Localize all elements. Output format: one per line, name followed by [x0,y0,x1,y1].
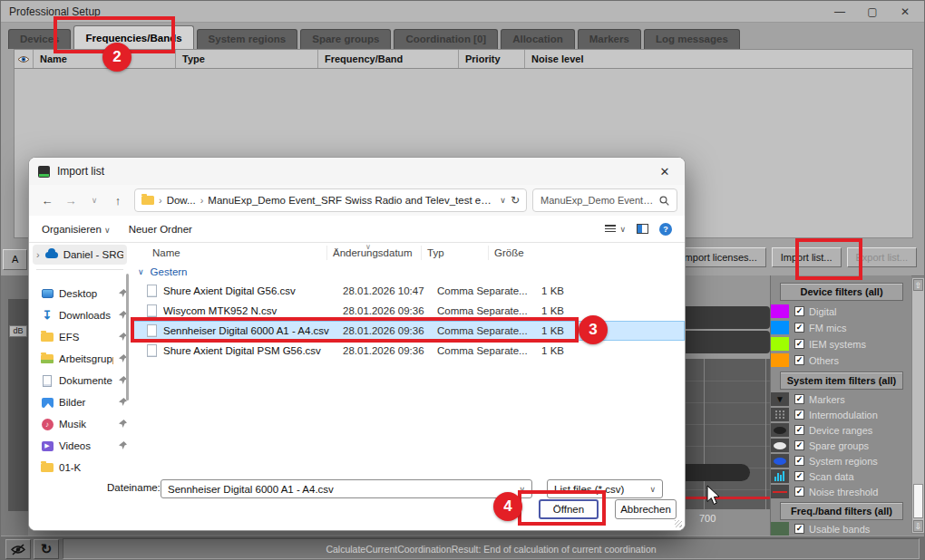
partial-hidden-button[interactable]: A [3,249,27,270]
resize-grip[interactable] [675,520,682,527]
group-header-gestern[interactable]: ∨ Gestern [131,263,685,281]
fm-mics-checkbox[interactable] [794,323,804,333]
sidebar-item-label: Arbeitsgrupp [59,353,113,364]
filter-row-intermodulation: Intermodulation [771,407,912,422]
column-header-type[interactable]: Type [176,50,318,68]
scrollbar-thumb[interactable] [913,484,923,518]
search-input[interactable]: ManuExp_Demo Event_SRF ... [540,195,654,206]
annotation-rect-open-button [518,490,606,526]
up-icon[interactable]: ↑ [107,189,129,211]
tab-allocation[interactable]: Allocation [501,29,575,49]
filter-label: Device ranges [809,425,872,436]
device-ranges-checkbox[interactable] [794,425,804,435]
filename-input[interactable]: Sennheiser Digital 6000 A1 - A4.csv ∨ [161,479,532,498]
sidebar-item-musik[interactable]: ♪ Musik [29,413,131,435]
column-header-frequency-band[interactable]: Frequency/Band [318,50,459,68]
refresh-icon[interactable]: ↻ [511,194,520,207]
sidebar-item-dokumente[interactable]: Dokumente [29,370,131,391]
history-chevron-icon[interactable]: ∨ [83,189,105,211]
filter-label: Intermodulation [809,410,878,420]
preview-pane-icon[interactable] [637,224,648,234]
tab-markers[interactable]: Markers [578,29,641,49]
view-mode-button[interactable]: ∨ [605,225,626,234]
digital-checkbox[interactable] [794,306,804,316]
column-header-noise-level[interactable]: Noise level [525,50,912,68]
forward-icon[interactable]: → [60,189,82,211]
dialog-toolbar: Organisieren ∨ Neuer Ordner ∨ ? [29,216,685,243]
digital-color-swatch [771,304,789,318]
scroll-down-icon[interactable]: ⇩ [913,520,923,532]
tab-log-messages[interactable]: Log messages [644,29,740,49]
sidebar-scrollbar[interactable] [126,274,129,401]
sidebar-item-arbeitsgruppe[interactable]: Arbeitsgrupp [29,348,131,370]
tab-coordination[interactable]: Coordination [0] [394,29,498,49]
tab-system-regions[interactable]: System regions [197,29,298,49]
column-header-priority[interactable]: Priority [459,50,525,68]
panel-scrollbar[interactable]: ⇧ ⇩ [911,277,925,534]
dialog-close-icon[interactable]: ✕ [648,160,681,182]
noise-threshold-icon [771,485,789,498]
sidebar-item-desktop[interactable]: Desktop [29,283,131,304]
breadcrumb-downloads[interactable]: Dow... [167,195,196,206]
filter-row-usable-bands: Usable bands [771,521,912,536]
sidebar-item-downloads[interactable]: ↧ Downloads [29,304,131,326]
scan-data-checkbox[interactable] [794,471,804,481]
file-column-size[interactable]: Größe [488,246,571,260]
close-icon[interactable]: ✕ [892,4,918,20]
band-bar [679,331,770,353]
others-checkbox[interactable] [794,355,804,365]
chevron-down-icon[interactable]: ∨ [642,485,656,494]
system-regions-checkbox[interactable] [794,456,804,466]
help-icon[interactable]: ? [659,223,672,236]
frequency-tick-700: 700 [699,513,716,524]
file-size: 1 KB [504,345,588,356]
search-box[interactable]: ManuExp_Demo Event_SRF ... [532,188,677,212]
back-icon[interactable]: ← [36,189,58,211]
filter-label: Scan data [809,471,854,482]
shared-folder-icon [41,352,54,365]
spectrum-chart[interactable] [679,359,770,509]
expand-chevron-icon[interactable]: › [36,249,40,260]
sidebar-item-videos[interactable]: ▶ Videos [29,435,131,457]
visibility-column-header[interactable] [15,50,34,68]
intermodulation-checkbox[interactable] [794,410,804,420]
address-bar[interactable]: › Dow... › ManuExp_Demo Event_SRF Swiss … [134,188,527,212]
filter-row-system-regions: System regions [771,453,912,468]
system-item-filters-button[interactable]: System item filters (all) [780,372,903,390]
sidebar-item-label: Daniel - SRG SSR [63,249,123,260]
sidebar-item-onedrive[interactable]: › Daniel - SRG SSR [33,245,127,265]
device-filters-button[interactable]: Device filters (all) [780,283,903,301]
iem-systems-checkbox[interactable] [794,339,804,349]
tab-spare-groups[interactable]: Spare groups [300,29,391,49]
noise-threshold-checkbox[interactable] [794,487,804,497]
file-size: 1 KB [504,285,588,296]
organize-menu[interactable]: Organisieren ∨ [42,224,111,235]
minimize-icon[interactable]: — [827,4,852,20]
markers-checkbox[interactable] [794,394,804,404]
hide-spectrum-button[interactable] [5,539,31,559]
sidebar-item-bilder[interactable]: Bilder [29,391,131,413]
folder-icon [141,196,154,205]
sidebar-item-label: 01-K [59,462,81,473]
cancel-button[interactable]: Abbrechen [615,499,677,519]
new-folder-button[interactable]: Neuer Ordner [129,224,192,235]
address-chevron-icon[interactable]: ∨ [500,196,506,205]
file-row[interactable]: Shure Axient Digital PSM G56.csv 28.01.2… [131,341,685,361]
maximize-icon[interactable]: ▢ [860,4,885,20]
file-column-type[interactable]: Typ [421,246,488,260]
file-column-date[interactable]: ∨Änderungsdatum [326,246,421,260]
sidebar-item-efs[interactable]: EFS [29,326,131,348]
import-licenses-button[interactable]: Import licenses... [673,247,766,267]
sidebar-item-partial[interactable]: 01-K [29,457,131,473]
folder-icon [41,331,54,343]
freq-band-filters-button[interactable]: Freq./band filters (all) [780,502,903,520]
collapse-chevron-icon[interactable]: ∨ [138,267,144,276]
scroll-up-icon[interactable]: ⇧ [913,279,923,291]
spare-groups-checkbox[interactable] [794,440,804,450]
file-column-name[interactable]: Name [131,246,326,260]
usable-bands-checkbox[interactable] [794,524,804,534]
breadcrumb-current-folder[interactable]: ManuExp_Demo Event_SRF Swiss Radio and T… [208,195,495,206]
file-row[interactable]: Shure Axient Digital G56.csv 28.01.2026 … [131,281,685,301]
recalculate-button[interactable]: ↻ [34,539,59,559]
dialog-titlebar: Import list ✕ [29,158,685,185]
